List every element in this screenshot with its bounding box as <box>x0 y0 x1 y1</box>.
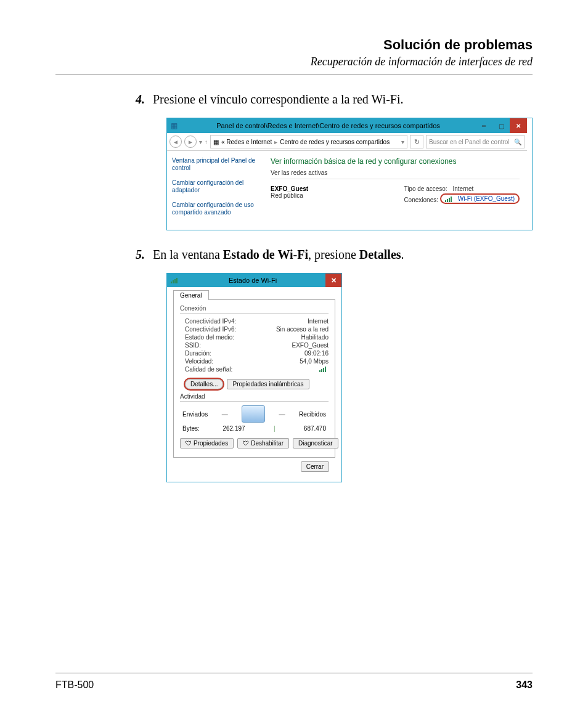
ipv6-label: Conectividad IPv6: <box>185 326 236 333</box>
network-center-icon: ▦ <box>171 121 178 130</box>
header-rule <box>55 75 533 75</box>
cp-titlebar: ▦ Panel de control\Redes e Internet\Cent… <box>167 118 527 133</box>
group-connection-title: Conexión <box>180 305 329 312</box>
step-4-number: 4. <box>136 92 153 107</box>
footer-rule <box>55 673 533 673</box>
dialog-title: Estado de Wi-Fi <box>180 277 325 284</box>
speed-label: Velocidad: <box>185 358 213 365</box>
group-activity-title: Actividad <box>180 393 329 400</box>
media-state-value: Habilitado <box>301 334 329 341</box>
network-type: Red pública <box>271 192 308 199</box>
cp-sidebar: Ventana principal del Panel de control C… <box>167 151 263 230</box>
shield-icon: 🛡 <box>186 440 192 447</box>
wifi-signal-icon <box>171 277 178 283</box>
cp-toolbar: ◄ ► ▾ ↑ ▦ « Redes e Internet ▸ Centro de… <box>167 133 527 151</box>
minimize-button[interactable]: ━ <box>475 118 492 133</box>
bytes-label: Bytes: <box>182 425 200 432</box>
step-4-text: Presione el vínculo correspondiente a la… <box>153 92 403 107</box>
sent-label: Enviados <box>182 411 208 418</box>
close-button[interactable]: ✕ <box>510 118 527 133</box>
nav-up-button[interactable]: ↑ <box>205 139 208 145</box>
footer-page-number: 343 <box>516 680 533 691</box>
nav-back-button[interactable]: ◄ <box>169 136 182 148</box>
wireless-properties-button[interactable]: Propiedades inalámbricas <box>227 379 309 389</box>
activity-monitor-icon <box>242 405 265 423</box>
diagnose-button[interactable]: Diagnosticar <box>293 438 338 448</box>
wifi-connection-link[interactable]: Wi-Fi (EXFO_Guest) <box>440 193 520 204</box>
ipv6-value: Sin acceso a la red <box>276 326 329 333</box>
refresh-button[interactable]: ↻ <box>410 135 423 148</box>
breadcrumb-icon: ▦ <box>213 139 219 145</box>
step-5-text: En la ventana Estado de Wi-Fi, presione … <box>153 248 404 262</box>
disable-button[interactable]: 🛡Deshabilitar <box>237 438 289 448</box>
breadcrumb-seg-2[interactable]: Centro de redes y recursos compartidos <box>280 139 390 145</box>
connections-label: Conexiones: <box>404 197 438 203</box>
sidebar-link-advanced-sharing[interactable]: Cambiar configuración de uso compartido … <box>172 201 258 216</box>
step-4: 4. Presione el vínculo correspondiente a… <box>136 92 533 107</box>
cp-main-heading: Ver información básica de la red y confi… <box>271 157 520 166</box>
figure-control-panel: ▦ Panel de control\Redes e Internet\Cent… <box>166 118 533 230</box>
ssid-value: EXFO_Guest <box>292 342 329 349</box>
step-5: 5. En la ventana Estado de Wi-Fi, presio… <box>136 248 533 262</box>
breadcrumb[interactable]: ▦ « Redes e Internet ▸ Centro de redes y… <box>210 135 407 148</box>
page-header-subtitle: Recuperación de información de interface… <box>55 55 533 68</box>
wifi-signal-icon <box>445 196 452 202</box>
wifi-connection-text: Wi-Fi (EXFO_Guest) <box>458 195 515 202</box>
breadcrumb-sep: ▸ <box>274 139 277 145</box>
bytes-sent-value: 262.197 <box>223 425 245 432</box>
ipv4-label: Conectividad IPv4: <box>185 318 236 325</box>
access-type-label: Tipo de acceso: <box>404 185 447 192</box>
nav-history-dropdown[interactable]: ▾ <box>199 139 202 145</box>
dialog-titlebar: Estado de Wi-Fi ✕ <box>167 274 341 287</box>
page-header-title: Solución de problemas <box>55 37 533 53</box>
properties-button[interactable]: 🛡Propiedades <box>180 438 234 448</box>
dialog-close-button[interactable]: ✕ <box>325 274 341 287</box>
duration-value: 09:02:16 <box>304 350 329 357</box>
ssid-label: SSID: <box>185 342 201 349</box>
signal-quality-label: Calidad de señal: <box>185 366 232 373</box>
cp-title-text: Panel de control\Redes e Internet\Centro… <box>181 122 475 129</box>
media-state-label: Estado del medio: <box>185 334 234 341</box>
shield-icon: 🛡 <box>243 440 249 447</box>
cp-divider <box>271 179 520 179</box>
tab-general[interactable]: General <box>173 290 209 300</box>
search-icon: 🔍 <box>514 139 521 145</box>
received-label: Recibidos <box>299 411 326 418</box>
footer-model: FTB-500 <box>55 680 94 691</box>
network-name[interactable]: EXFO_Guest <box>271 185 308 192</box>
signal-bars-icon <box>319 366 327 372</box>
maximize-button[interactable]: ▢ <box>492 118 510 133</box>
search-input[interactable]: Buscar en el Panel de control 🔍 <box>426 135 525 148</box>
cp-main-panel: Ver información básica de la red y confi… <box>263 151 527 230</box>
speed-value: 54,0 Mbps <box>300 358 329 365</box>
breadcrumb-dropdown[interactable]: ▾ <box>401 139 404 145</box>
search-placeholder-text: Buscar en el Panel de control <box>429 139 510 145</box>
signal-quality-value <box>319 366 329 373</box>
sidebar-link-adapter-settings[interactable]: Cambiar configuración del adaptador <box>172 179 258 194</box>
duration-label: Duración: <box>185 350 211 357</box>
nav-forward-button[interactable]: ► <box>184 136 197 148</box>
sidebar-link-main-panel[interactable]: Ventana principal del Panel de control <box>172 157 258 172</box>
cp-main-subheading: Ver las redes activas <box>271 169 520 176</box>
breadcrumb-seg-1[interactable]: « Redes e Internet <box>221 139 272 145</box>
step-5-number: 5. <box>136 248 153 262</box>
bytes-received-value: 687.470 <box>304 425 326 432</box>
access-type-value: Internet <box>452 185 473 192</box>
details-button[interactable]: Detalles... <box>185 379 223 389</box>
figure-wifi-status-dialog: Estado de Wi-Fi ✕ General Conexión Conec… <box>166 273 342 482</box>
ipv4-value: Internet <box>308 318 329 325</box>
close-dialog-button[interactable]: Cerrar <box>301 461 329 472</box>
